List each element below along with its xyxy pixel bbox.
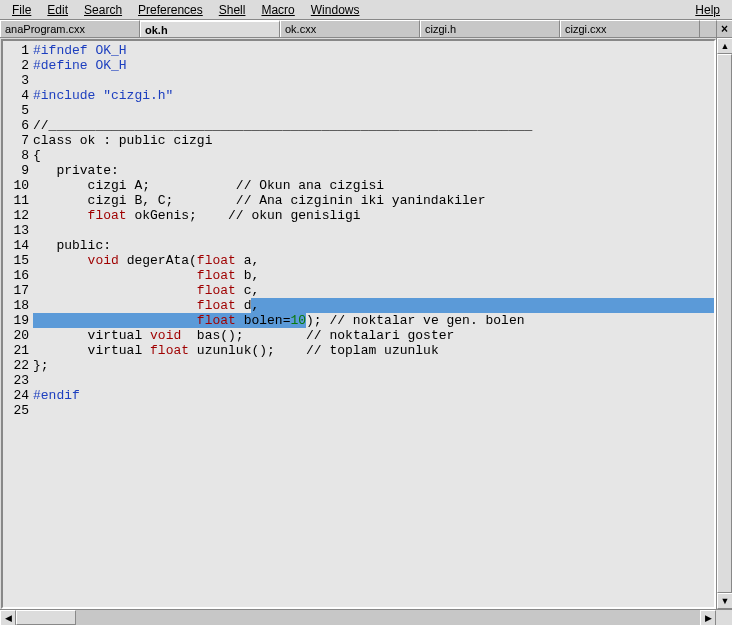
code-line[interactable]: 23 — [3, 373, 714, 388]
line-code[interactable]: //______________________________________… — [33, 118, 714, 133]
line-number: 16 — [3, 268, 33, 283]
line-code[interactable]: void degerAta(float a, — [33, 253, 714, 268]
line-code[interactable] — [33, 103, 714, 118]
line-number: 14 — [3, 238, 33, 253]
scroll-corner — [716, 610, 732, 625]
tab-cizgi-cxx[interactable]: cizgi.cxx — [560, 20, 700, 37]
menu-bar: File Edit Search Preferences Shell Macro… — [0, 0, 732, 20]
line-number: 20 — [3, 328, 33, 343]
vertical-scrollbar[interactable]: ▲ ▼ — [716, 38, 732, 609]
line-number: 17 — [3, 283, 33, 298]
line-code[interactable]: float bolen=10); // noktalar ve gen. bol… — [33, 313, 714, 328]
code-line[interactable]: 5 — [3, 103, 714, 118]
line-code[interactable]: float d, — [33, 298, 716, 313]
line-code[interactable]: #define OK_H — [33, 58, 714, 73]
line-code[interactable] — [33, 223, 714, 238]
code-line[interactable]: 4#include "cizgi.h" — [3, 88, 714, 103]
code-line[interactable]: 7class ok : public cizgi — [3, 133, 714, 148]
hscroll-thumb[interactable] — [16, 610, 76, 625]
code-line[interactable]: 24#endif — [3, 388, 714, 403]
hscroll-track[interactable] — [16, 610, 700, 625]
code-line[interactable]: 17 float c, — [3, 283, 714, 298]
line-code[interactable]: { — [33, 148, 714, 163]
menu-shell[interactable]: Shell — [211, 1, 254, 19]
code-line[interactable]: 18 float d, — [3, 298, 714, 313]
code-line[interactable]: 15 void degerAta(float a, — [3, 253, 714, 268]
vscroll-track[interactable] — [717, 54, 732, 593]
scroll-up-button[interactable]: ▲ — [717, 38, 732, 54]
line-code[interactable] — [33, 373, 714, 388]
line-number: 23 — [3, 373, 33, 388]
tab-filler — [700, 20, 716, 37]
code-line[interactable]: 1#ifndef OK_H — [3, 43, 714, 58]
line-number: 3 — [3, 73, 33, 88]
line-code[interactable]: class ok : public cizgi — [33, 133, 714, 148]
tab-anaprogram[interactable]: anaProgram.cxx — [0, 20, 140, 37]
line-code[interactable]: #ifndef OK_H — [33, 43, 714, 58]
code-line[interactable]: 21 virtual float uzunluk(); // toplam uz… — [3, 343, 714, 358]
code-line[interactable]: 6//_____________________________________… — [3, 118, 714, 133]
code-line[interactable]: 13 — [3, 223, 714, 238]
editor-wrap: 1#ifndef OK_H2#define OK_H34#include "ci… — [0, 38, 732, 609]
close-tab-button[interactable]: × — [716, 20, 732, 37]
scroll-down-button[interactable]: ▼ — [717, 593, 732, 609]
line-code[interactable] — [33, 73, 714, 88]
line-code[interactable]: float b, — [33, 268, 714, 283]
line-number: 25 — [3, 403, 33, 418]
code-line[interactable]: 22}; — [3, 358, 714, 373]
line-code[interactable] — [33, 403, 714, 418]
menu-help[interactable]: Help — [687, 1, 728, 19]
code-editor[interactable]: 1#ifndef OK_H2#define OK_H34#include "ci… — [1, 39, 716, 609]
menu-file[interactable]: File — [4, 1, 39, 19]
line-number: 9 — [3, 163, 33, 178]
line-code[interactable]: float okGenis; // okun genisligi — [33, 208, 714, 223]
line-number: 12 — [3, 208, 33, 223]
line-code[interactable]: private: — [33, 163, 714, 178]
menu-search[interactable]: Search — [76, 1, 130, 19]
line-number: 19 — [3, 313, 33, 328]
code-line[interactable]: 16 float b, — [3, 268, 714, 283]
code-line[interactable]: 19 float bolen=10); // noktalar ve gen. … — [3, 313, 714, 328]
line-code[interactable]: }; — [33, 358, 714, 373]
line-number: 5 — [3, 103, 33, 118]
line-code[interactable]: #include "cizgi.h" — [33, 88, 714, 103]
scroll-right-button[interactable]: ▶ — [700, 610, 716, 625]
code-line[interactable]: 9 private: — [3, 163, 714, 178]
menu-preferences[interactable]: Preferences — [130, 1, 211, 19]
line-number: 10 — [3, 178, 33, 193]
code-line[interactable]: 2#define OK_H — [3, 58, 714, 73]
line-number: 11 — [3, 193, 33, 208]
code-line[interactable]: 10 cizgi A; // Okun ana cizgisi — [3, 178, 714, 193]
menu-macro[interactable]: Macro — [253, 1, 302, 19]
tab-ok-cxx[interactable]: ok.cxx — [280, 20, 420, 37]
line-code[interactable]: cizgi B, C; // Ana cizginin iki yanindak… — [33, 193, 714, 208]
line-code[interactable]: virtual float uzunluk(); // toplam uzunl… — [33, 343, 714, 358]
code-line[interactable]: 8{ — [3, 148, 714, 163]
code-line[interactable]: 11 cizgi B, C; // Ana cizginin iki yanin… — [3, 193, 714, 208]
code-lines: 1#ifndef OK_H2#define OK_H34#include "ci… — [3, 41, 714, 420]
code-line[interactable]: 14 public: — [3, 238, 714, 253]
tab-ok-h[interactable]: ok.h — [140, 20, 280, 37]
menu-edit[interactable]: Edit — [39, 1, 76, 19]
line-number: 13 — [3, 223, 33, 238]
code-line[interactable]: 3 — [3, 73, 714, 88]
line-number: 21 — [3, 343, 33, 358]
menu-windows[interactable]: Windows — [303, 1, 368, 19]
tab-bar: anaProgram.cxx ok.h ok.cxx cizgi.h cizgi… — [0, 20, 732, 38]
line-number: 24 — [3, 388, 33, 403]
vscroll-thumb[interactable] — [717, 54, 732, 593]
horizontal-scrollbar[interactable]: ◀ ▶ — [0, 609, 732, 625]
line-code[interactable]: float c, — [33, 283, 714, 298]
line-number: 15 — [3, 253, 33, 268]
line-number: 1 — [3, 43, 33, 58]
code-line[interactable]: 25 — [3, 403, 714, 418]
scroll-left-button[interactable]: ◀ — [0, 610, 16, 625]
line-code[interactable]: virtual void bas(); // noktalari goster — [33, 328, 714, 343]
line-code[interactable]: #endif — [33, 388, 714, 403]
line-code[interactable]: cizgi A; // Okun ana cizgisi — [33, 178, 714, 193]
line-number: 4 — [3, 88, 33, 103]
code-line[interactable]: 12 float okGenis; // okun genisligi — [3, 208, 714, 223]
tab-cizgi-h[interactable]: cizgi.h — [420, 20, 560, 37]
line-code[interactable]: public: — [33, 238, 714, 253]
code-line[interactable]: 20 virtual void bas(); // noktalari gost… — [3, 328, 714, 343]
